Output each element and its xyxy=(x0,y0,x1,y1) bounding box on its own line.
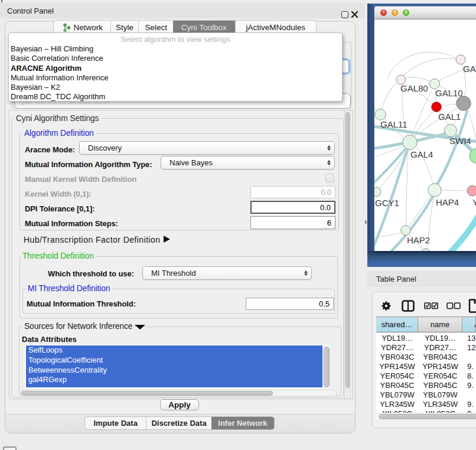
algorithm-option[interactable]: Bayesian – Hill Climbing xyxy=(9,44,342,54)
attribute-item[interactable]: BetweennessCentrality xyxy=(26,366,322,376)
tab-cyni-toolbox-label: Cyni Toolbox xyxy=(181,23,227,32)
deselect-all-icon[interactable] xyxy=(446,302,461,309)
network-edge[interactable] xyxy=(406,77,430,81)
attribute-item[interactable]: TopologicalCoefficient xyxy=(26,356,322,366)
mi-algorithm-type-label: Mutual Information Algorithm Type: xyxy=(25,160,152,169)
tab-cyni-toolbox[interactable]: Cyni Toolbox xyxy=(173,21,235,34)
network-node[interactable] xyxy=(374,187,381,197)
table-cell: YLR345W xyxy=(418,400,462,409)
attribute-item[interactable]: SelfLoops xyxy=(26,345,322,356)
select-all-icon[interactable] xyxy=(424,302,438,309)
network-node[interactable] xyxy=(457,96,471,110)
network-node[interactable] xyxy=(375,109,386,120)
network-edge[interactable] xyxy=(412,89,432,135)
table-row[interactable]: YBR043CYBR043C xyxy=(376,352,476,361)
split-view-icon[interactable] xyxy=(402,300,415,312)
aracne-mode-combobox[interactable]: Discovery xyxy=(79,141,335,155)
expand-right-icon[interactable] xyxy=(164,236,170,243)
network-edge[interactable] xyxy=(382,83,396,109)
table-row[interactable]: YBR045CYBR045C9. xyxy=(376,380,476,390)
table-row[interactable]: YER054CYER054C8. xyxy=(376,371,476,380)
which-threshold-combobox[interactable]: MI Threshold xyxy=(142,266,312,280)
network-edge[interactable] xyxy=(380,149,407,188)
tab-infer-network[interactable]: Infer Network xyxy=(211,417,274,429)
settings-scrollbar-thumb[interactable] xyxy=(345,112,350,388)
table-cell: YDR27… xyxy=(418,343,462,352)
network-node[interactable] xyxy=(445,125,457,137)
network-edge[interactable] xyxy=(444,213,476,251)
network-window-titlebar[interactable] xyxy=(374,6,476,19)
apply-button[interactable]: Apply xyxy=(160,399,199,410)
algorithm-option[interactable]: Bayesian – K2 xyxy=(9,83,342,92)
table-row[interactable]: YPR145WYPR145W9. xyxy=(376,361,476,371)
cyni-algorithm-settings-title: Cyni Algorithm Settings xyxy=(14,115,100,123)
network-edge[interactable] xyxy=(406,149,408,225)
zoom-traffic-light-icon[interactable] xyxy=(403,9,409,16)
network-node[interactable] xyxy=(403,135,417,149)
network-view-window: GALGAL80GAL10GAL1GAL11SWI4GAL4GCY1HAP4YH… xyxy=(374,6,476,251)
algorithm-option[interactable]: Dream8 DC_TDC Algorithm xyxy=(9,92,342,102)
combo-arrows-icon xyxy=(304,267,308,279)
attributes-hscrollbar-thumb[interactable] xyxy=(21,391,273,396)
column-header-partial[interactable]: A xyxy=(462,317,476,332)
attributes-scrollbar-thumb[interactable] xyxy=(324,347,330,387)
network-node[interactable] xyxy=(467,185,476,196)
mi-threshold-field[interactable]: 0.5 xyxy=(246,298,334,310)
network-node[interactable] xyxy=(432,102,441,112)
table-row[interactable]: YDL19…YDL19…13 xyxy=(376,333,476,343)
algorithm-option[interactable]: Basic Correlation Inference xyxy=(9,54,342,63)
tab-style[interactable]: Style xyxy=(110,21,139,34)
network-node-label: GAL1 xyxy=(438,112,461,122)
mi-algorithm-type-combobox[interactable]: Naive Bayes xyxy=(161,156,335,169)
network-edge[interactable] xyxy=(403,58,461,76)
hub-transcription-label[interactable]: Hub/Transcription Factor Definition xyxy=(24,235,161,244)
column-header-name[interactable]: name xyxy=(418,317,462,332)
network-canvas[interactable]: GALGAL80GAL10GAL1GAL11SWI4GAL4GCY1HAP4YH… xyxy=(374,20,476,251)
attribute-item[interactable]: gal4RGexp xyxy=(26,375,322,385)
network-edge[interactable] xyxy=(441,104,457,106)
tab-select[interactable]: Select xyxy=(138,21,173,34)
dpi-tolerance-field[interactable]: 0.0 xyxy=(250,201,335,214)
network-node[interactable] xyxy=(430,79,440,89)
algorithm-option[interactable]: ARACNE Algorithm xyxy=(9,64,342,73)
gear-icon[interactable] xyxy=(381,301,392,311)
apply-button-label: Apply xyxy=(168,400,191,409)
document-icon[interactable] xyxy=(468,299,476,313)
collapse-down-icon[interactable] xyxy=(135,325,145,330)
table-row[interactable]: YBL079WYBL079W xyxy=(376,390,476,399)
manual-kernel-width-checkbox[interactable] xyxy=(325,174,334,182)
tab-select-label: Select xyxy=(145,23,167,32)
tab-impute-data[interactable]: Impute Data xyxy=(85,417,146,429)
close-traffic-light-icon[interactable] xyxy=(380,9,387,16)
network-edge[interactable] xyxy=(413,112,433,136)
kernel-width-field[interactable]: 0.0 xyxy=(250,186,335,198)
minimize-traffic-light-icon[interactable] xyxy=(392,9,398,16)
float-icon[interactable] xyxy=(341,11,348,18)
data-attributes-list[interactable]: SelfLoopsTopologicalCoefficientBetweenne… xyxy=(25,345,330,389)
table-hscrollbar-thumb[interactable] xyxy=(379,414,476,419)
network-edge[interactable] xyxy=(436,110,467,187)
close-icon[interactable] xyxy=(350,10,359,19)
table-row[interactable]: YDR27…YDR27…12 xyxy=(376,343,476,352)
algorithm-option[interactable]: Mutual Information Inference xyxy=(9,73,342,83)
network-node[interactable] xyxy=(456,55,465,64)
table-cell: YBR043C xyxy=(376,353,418,361)
tab-discretize-data[interactable]: Discretize Data xyxy=(146,417,211,429)
tab-jactivemnodules[interactable]: jActiveMNodules xyxy=(235,21,316,34)
network-edge[interactable] xyxy=(387,52,457,79)
network-node[interactable] xyxy=(401,226,411,236)
network-edge[interactable] xyxy=(441,190,467,191)
mi-steps-field[interactable]: 6 xyxy=(250,216,335,229)
network-node[interactable] xyxy=(428,184,441,197)
sources-title: Sources for Network Inference xyxy=(22,322,134,331)
network-node-label: GAL80 xyxy=(400,83,428,93)
partial-button[interactable] xyxy=(3,446,17,450)
column-header-shared-name[interactable]: shared… xyxy=(376,317,418,332)
network-node-label: HAP2 xyxy=(407,235,430,245)
table-cell: 13 xyxy=(462,334,476,343)
table-cell: 9. xyxy=(462,400,476,409)
tab-network[interactable]: Network xyxy=(54,21,110,34)
network-edge[interactable] xyxy=(374,101,376,111)
table-row[interactable]: YLR345WYLR345W9. xyxy=(376,399,476,409)
network-edge[interactable] xyxy=(409,195,431,226)
